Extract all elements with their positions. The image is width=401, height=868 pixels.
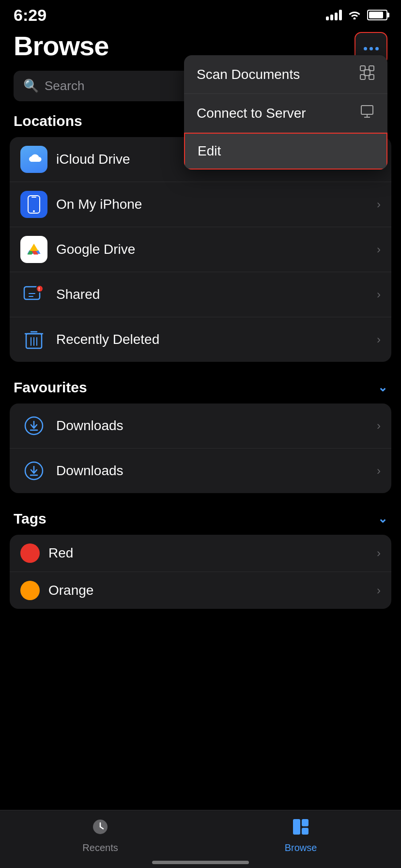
- svg-rect-29: [293, 819, 300, 835]
- tag-red-label: Red: [48, 545, 368, 561]
- shared-label: Shared: [56, 287, 368, 302]
- google-drive-arrow: ›: [377, 243, 381, 256]
- svg-rect-31: [302, 828, 308, 835]
- ellipsis-icon: [364, 47, 379, 50]
- svg-text:!: !: [38, 287, 40, 292]
- gdrive-icon: [20, 236, 47, 263]
- tab-bar: Recents Browse: [0, 810, 401, 868]
- search-icon: 🔍: [23, 78, 39, 93]
- dropdown-menu: Scan Documents Connect to Server: [184, 55, 387, 170]
- icloud-icon: [20, 146, 47, 173]
- recents-icon: [92, 818, 109, 839]
- favourites-section-header: Favourites ⌄: [0, 379, 401, 403]
- shared-arrow: ›: [377, 288, 381, 301]
- status-icons: [326, 9, 387, 22]
- tab-browse-label: Browse: [285, 842, 317, 853]
- svg-point-10: [33, 210, 35, 212]
- on-my-iphone-item[interactable]: On My iPhone ›: [10, 182, 391, 227]
- favourites-list: Downloads › Downloads ›: [10, 403, 391, 493]
- recently-deleted-arrow: ›: [377, 333, 381, 346]
- red-tag-icon: [20, 543, 40, 563]
- locations-title: Locations: [14, 113, 82, 129]
- browse-icon: [292, 818, 309, 839]
- status-bar: 6:29: [0, 0, 401, 26]
- battery-icon: [367, 10, 387, 20]
- on-my-iphone-label: On My iPhone: [56, 197, 368, 212]
- shared-icon: !: [20, 281, 47, 308]
- orange-tag-icon: [20, 581, 40, 600]
- edit-label: Edit: [198, 143, 221, 159]
- tag-orange-label: Orange: [48, 583, 368, 598]
- shared-item[interactable]: ! Shared ›: [10, 272, 391, 317]
- scan-documents-label: Scan Documents: [197, 67, 300, 82]
- recently-deleted-item[interactable]: Recently Deleted ›: [10, 317, 391, 362]
- on-my-iphone-arrow: ›: [377, 198, 381, 211]
- status-time: 6:29: [14, 6, 46, 25]
- svg-rect-5: [361, 106, 373, 114]
- iphone-icon: [20, 191, 47, 218]
- signal-icon: [326, 10, 342, 20]
- tab-recents[interactable]: Recents: [71, 818, 129, 853]
- downloads-label-2: Downloads: [56, 463, 368, 479]
- downloads-arrow-2: ›: [377, 464, 381, 478]
- tag-orange-item[interactable]: Orange ›: [10, 572, 391, 609]
- edit-item[interactable]: Edit: [184, 133, 387, 170]
- home-indicator: [152, 861, 249, 864]
- header: Browse Scan Documents Connect to Server: [0, 26, 401, 71]
- download-icon-1: [20, 412, 47, 439]
- tags-collapse-icon[interactable]: ⌄: [378, 512, 387, 526]
- download-icon-2: [20, 457, 47, 484]
- google-drive-item[interactable]: Google Drive ›: [10, 227, 391, 272]
- search-placeholder: Search: [45, 78, 84, 93]
- connect-to-server-label: Connect to Server: [197, 106, 306, 121]
- server-icon: [359, 104, 375, 123]
- downloads-label-1: Downloads: [56, 418, 368, 434]
- downloads-item-1[interactable]: Downloads ›: [10, 403, 391, 449]
- scan-icon: [359, 65, 375, 84]
- page-title: Browse: [14, 30, 108, 62]
- tags-title: Tags: [14, 511, 46, 527]
- tag-red-item[interactable]: Red ›: [10, 535, 391, 572]
- connect-to-server-item[interactable]: Connect to Server: [184, 94, 387, 133]
- tags-list: Red › Orange ›: [10, 535, 391, 609]
- recently-deleted-label: Recently Deleted: [56, 332, 368, 347]
- tab-browse[interactable]: Browse: [272, 818, 330, 853]
- tab-recents-label: Recents: [82, 842, 118, 853]
- favourites-title: Favourites: [14, 379, 87, 396]
- svg-rect-30: [302, 819, 308, 826]
- tag-red-arrow: ›: [377, 546, 381, 560]
- downloads-arrow-1: ›: [377, 419, 381, 433]
- downloads-item-2[interactable]: Downloads ›: [10, 449, 391, 493]
- locations-list: iCloud Drive › On My iPhone › Google Dri…: [10, 137, 391, 362]
- favourites-collapse-icon[interactable]: ⌄: [378, 381, 387, 394]
- trash-icon: [20, 326, 47, 353]
- wifi-icon: [348, 9, 361, 22]
- scan-documents-item[interactable]: Scan Documents: [184, 55, 387, 94]
- tag-orange-arrow: ›: [377, 584, 381, 597]
- tags-section-header: Tags ⌄: [0, 511, 401, 535]
- google-drive-label: Google Drive: [56, 242, 368, 257]
